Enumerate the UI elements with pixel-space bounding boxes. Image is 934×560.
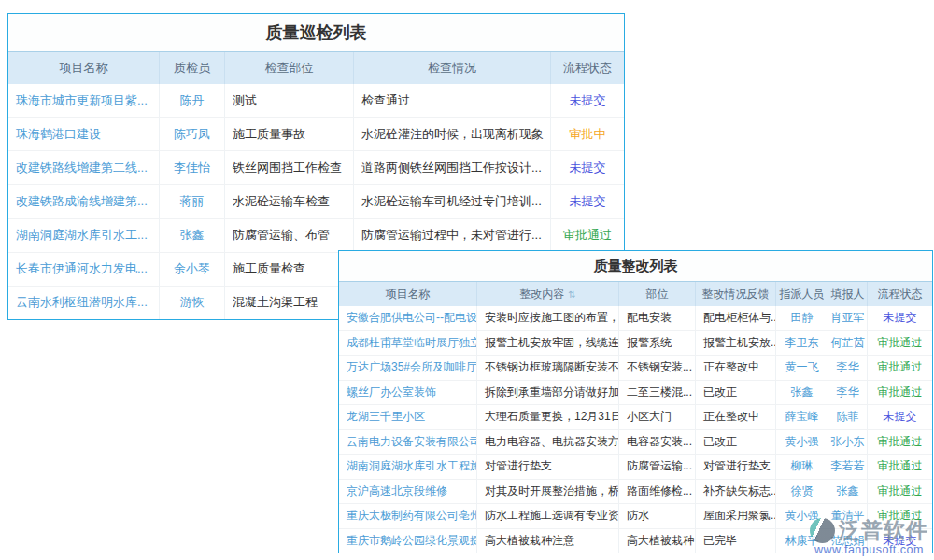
- reporter-cell[interactable]: 董清平: [828, 504, 868, 528]
- part-cell: 不锈钢安装...: [619, 356, 696, 380]
- sort-icon[interactable]: ⇅: [568, 289, 575, 300]
- part-cell: 配电安装: [619, 306, 696, 330]
- flow-status-cell: 审批通过: [868, 455, 932, 479]
- project-name-cell[interactable]: 云南电力设备安装有限公司20...: [339, 430, 477, 455]
- reporter-cell[interactable]: 张小东: [828, 430, 868, 455]
- column-header-rectify-content[interactable]: 整改内容⇅: [477, 282, 619, 306]
- table-row: 改建铁路线增建第二线...李佳怡铁丝网围挡工作检查道路两侧铁丝网围挡工作按设计.…: [8, 151, 624, 185]
- feedback-cell: 对管进行垫支: [696, 455, 776, 479]
- inspector-cell[interactable]: 陈巧凤: [160, 118, 225, 150]
- table-row: 湖南洞庭湖水库引水工...张鑫防腐管运输、布管防腐管运输过程中，未对管进行...…: [8, 219, 624, 253]
- flow-status-cell: 未提交: [551, 185, 624, 217]
- flow-status-cell: 审批通过: [551, 219, 624, 252]
- project-name-cell[interactable]: 万达广场35#会所及咖啡厅空...: [339, 356, 477, 380]
- rectify-content-cell: 对其及时开展整治措施，桥头...: [477, 480, 619, 504]
- table-row: 重庆太极制药有限公司亳州中...防水工程施工选调有专业资质...防水屋面采用聚氯…: [339, 504, 932, 529]
- project-name-cell[interactable]: 成都杜甫草堂临时展厅独立展...: [339, 331, 477, 356]
- inspector-cell[interactable]: 余小琴: [160, 253, 225, 286]
- inspector-cell[interactable]: 陈丹: [160, 84, 225, 117]
- feedback-cell: 正在整改中: [696, 405, 776, 429]
- part-cell: 路面维修检...: [619, 480, 696, 504]
- assignee-cell[interactable]: 李卫东: [776, 331, 828, 356]
- part-cell: 报警系统: [619, 331, 696, 356]
- flow-status-cell: 审批中: [551, 118, 624, 150]
- rectify-content-cell: 对管进行垫支: [477, 455, 619, 479]
- rectify-content-cell: 安装时应按施工图的布置，将...: [477, 306, 619, 330]
- project-name-cell[interactable]: 重庆太极制药有限公司亳州中...: [339, 504, 477, 528]
- rectify-content-cell: 报警主机安放牢固，线缆连接...: [477, 331, 619, 356]
- inspector-cell[interactable]: 游恢: [160, 287, 225, 319]
- table-row: 成都杜甫草堂临时展厅独立展...报警主机安放牢固，线缆连接...报警系统报警主机…: [339, 331, 932, 357]
- project-name-cell[interactable]: 湖南洞庭湖水库引水工...: [8, 219, 160, 252]
- table-row: 云南电力设备安装有限公司20...电力电容器、电抗器安装方案...电容器安装..…: [339, 430, 932, 455]
- flow-status-cell: 未提交: [868, 306, 932, 330]
- part-cell: 防腐管运输...: [619, 455, 696, 479]
- project-name-cell[interactable]: 改建铁路成渝线增建第...: [8, 185, 160, 217]
- project-name-cell[interactable]: 螺丝厂办公室装饰: [339, 381, 477, 405]
- feedback-cell: 报警主机安放...: [696, 331, 776, 356]
- reporter-cell[interactable]: 陈菲: [828, 405, 868, 429]
- column-header-assignee: 指派人员: [776, 282, 828, 306]
- column-header-flow-status: 流程状态: [551, 52, 624, 84]
- reporter-cell[interactable]: 何芷茵: [828, 331, 868, 356]
- flow-status-cell: 审批通过: [868, 331, 932, 356]
- reporter-cell[interactable]: 李华: [828, 356, 868, 380]
- rectify-content-cell: 电力电容器、电抗器安装方案...: [477, 430, 619, 455]
- assignee-cell[interactable]: 林康平: [776, 529, 828, 553]
- feedback-cell: 正在整改中: [696, 356, 776, 380]
- project-name-cell[interactable]: 湖南洞庭湖水库引水工程施工标: [339, 455, 477, 479]
- inspector-cell[interactable]: 蒋丽: [160, 185, 225, 217]
- project-name-cell[interactable]: 云南水利枢纽潜明水库...: [8, 287, 160, 319]
- check-part-cell: 施工质量事故: [225, 118, 354, 150]
- project-name-cell[interactable]: 重庆市鹅岭公园绿化景观提升...: [339, 529, 477, 553]
- part-cell: 小区大门: [619, 405, 696, 429]
- reporter-cell[interactable]: 范思娟: [828, 529, 868, 553]
- inspector-cell[interactable]: 张鑫: [160, 219, 225, 252]
- column-header-part: 部位: [619, 282, 696, 306]
- assignee-cell[interactable]: 田静: [776, 306, 828, 330]
- assignee-cell[interactable]: 黄一飞: [776, 356, 828, 380]
- assignee-cell[interactable]: 张鑫: [776, 381, 828, 405]
- project-name-cell[interactable]: 京沪高速北京段维修: [339, 480, 477, 504]
- assignee-cell[interactable]: 黄小强: [776, 430, 828, 455]
- flow-status-cell: 未提交: [551, 151, 624, 184]
- reporter-cell[interactable]: 张鑫: [828, 480, 868, 504]
- rectification-table-title: 质量整改列表: [339, 251, 932, 282]
- table-row: 改建铁路成渝线增建第...蒋丽水泥砼运输车检查水泥砼运输车司机经过专门培训...…: [8, 185, 624, 218]
- flow-status-cell: 审批通过: [868, 504, 932, 528]
- project-name-cell[interactable]: 安徽合肥供电公司--配电设备...: [339, 306, 477, 330]
- assignee-cell[interactable]: 薛宝峰: [776, 405, 828, 429]
- assignee-cell[interactable]: 黄小强: [776, 504, 828, 528]
- project-name-cell[interactable]: 改建铁路线增建第二线...: [8, 151, 160, 184]
- check-part-cell: 施工质量检查: [225, 253, 354, 286]
- feedback-cell: 屋面采用聚氯...: [696, 504, 776, 528]
- feedback-cell: 已完毕: [696, 529, 776, 553]
- project-name-cell[interactable]: 长春市伊通河水力发电...: [8, 253, 160, 286]
- project-name-cell[interactable]: 珠海鹤港口建设: [8, 118, 160, 150]
- part-cell: 电容器安装...: [619, 430, 696, 455]
- reporter-cell[interactable]: 肖亚军: [828, 306, 868, 330]
- assignee-cell[interactable]: 柳琳: [776, 455, 828, 479]
- flow-status-cell: 审批通过: [868, 480, 932, 504]
- flow-status-cell: 未提交: [868, 405, 932, 429]
- flow-status-cell: 审批通过: [868, 430, 932, 455]
- column-header-project-name: 项目名称: [339, 282, 477, 306]
- check-part-cell: 铁丝网围挡工作检查: [225, 151, 354, 184]
- part-cell: 防水: [619, 504, 696, 528]
- part-cell: 高大植被栽种: [619, 529, 696, 553]
- project-name-cell[interactable]: 龙湖三千里小区: [339, 405, 477, 429]
- check-situation-cell: 水泥砼运输车司机经过专门培训...: [354, 185, 551, 217]
- project-name-cell[interactable]: 珠海市城市更新项目紫...: [8, 84, 160, 117]
- rectification-table-body: 安徽合肥供电公司--配电设备...安装时应按施工图的布置，将...配电安装配电柜…: [339, 306, 932, 553]
- table-row: 湖南洞庭湖水库引水工程施工标对管进行垫支防腐管运输...对管进行垫支柳琳李若若审…: [339, 455, 932, 480]
- reporter-cell[interactable]: 李华: [828, 381, 868, 405]
- reporter-cell[interactable]: 李若若: [828, 455, 868, 479]
- check-part-cell: 混凝土沟渠工程: [225, 287, 354, 319]
- flow-status-cell: 审批通过: [868, 356, 932, 380]
- check-part-cell: 防腐管运输、布管: [225, 219, 354, 252]
- flow-status-cell: 未提交: [868, 529, 932, 553]
- rectify-content-cell: 大理石质量更换，12月31日之...: [477, 405, 619, 429]
- assignee-cell[interactable]: 徐贤: [776, 480, 828, 504]
- inspector-cell[interactable]: 李佳怡: [160, 151, 225, 184]
- column-header-project-name: 项目名称: [8, 52, 160, 84]
